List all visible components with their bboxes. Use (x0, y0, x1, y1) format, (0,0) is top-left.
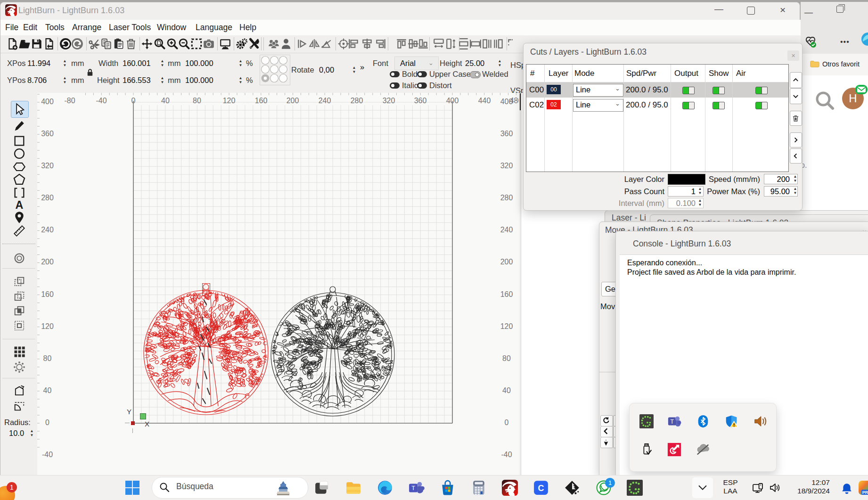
svg-text:T: T (411, 484, 415, 492)
svg-text:T: T (671, 418, 674, 425)
svg-text:C: C (538, 484, 544, 493)
svg-text:A: A (16, 199, 24, 211)
svg-text:PR: PR (862, 490, 868, 495)
